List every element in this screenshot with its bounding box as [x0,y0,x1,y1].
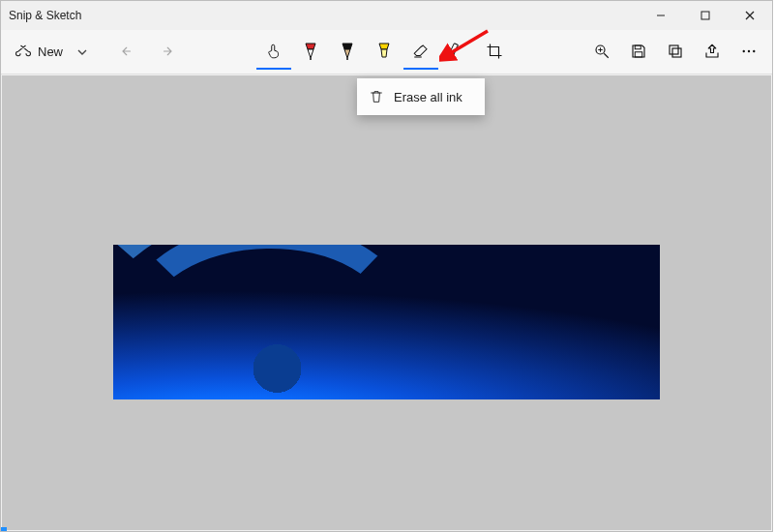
toolbar: New [1,30,772,74]
eraser-icon [412,43,430,60]
share-icon [703,43,721,60]
svg-rect-13 [672,48,681,57]
more-icon [740,43,758,60]
title-bar: Snip & Sketch [1,1,772,30]
save-icon [630,43,647,60]
pencil-icon [340,42,355,61]
copy-button[interactable] [658,35,693,70]
ruler-button[interactable] [440,35,475,70]
touch-writing-button[interactable] [256,35,291,70]
redo-button[interactable] [148,35,183,70]
undo-button[interactable] [111,35,146,70]
svg-point-15 [743,49,745,51]
close-button[interactable] [728,1,772,30]
ruler-icon [449,43,466,60]
maximize-button[interactable] [683,1,728,30]
new-label: New [38,44,63,59]
new-snip-button[interactable]: New [7,35,71,70]
svg-rect-14 [670,45,678,54]
copy-icon [667,43,684,60]
bottom-accent [1,527,7,531]
window-controls [639,1,772,30]
erase-all-ink-item[interactable]: Erase all ink [394,90,462,104]
canvas-area[interactable] [2,75,771,530]
ballpoint-pen-button[interactable] [293,35,328,70]
zoom-icon [593,43,611,60]
svg-point-4 [310,58,312,60]
highlighter-icon [376,42,392,61]
minimize-button[interactable] [639,1,683,30]
trash-icon [369,89,384,104]
more-button[interactable] [731,35,766,70]
snip-new-icon [15,44,32,61]
app-title: Snip & Sketch [9,9,81,22]
crop-icon [486,43,503,60]
highlighter-button[interactable] [367,35,402,70]
svg-rect-12 [635,51,642,56]
svg-point-5 [346,58,348,60]
save-button[interactable] [621,35,656,70]
captured-image [113,245,660,399]
svg-rect-6 [449,43,458,55]
svg-rect-1 [701,12,709,19]
crop-button[interactable] [477,35,512,70]
eraser-dropdown-menu: Erase all ink [357,78,485,115]
svg-point-16 [748,49,750,51]
app-window: Snip & Sketch New [0,0,773,532]
zoom-button[interactable] [584,35,619,70]
touch-writing-icon [265,43,283,60]
svg-line-8 [604,53,609,58]
eraser-button[interactable] [403,35,438,70]
share-button[interactable] [695,35,730,70]
ballpoint-pen-icon [303,42,318,61]
new-snip-dropdown[interactable] [73,35,92,70]
svg-point-17 [753,49,755,51]
pencil-button[interactable] [330,35,365,70]
